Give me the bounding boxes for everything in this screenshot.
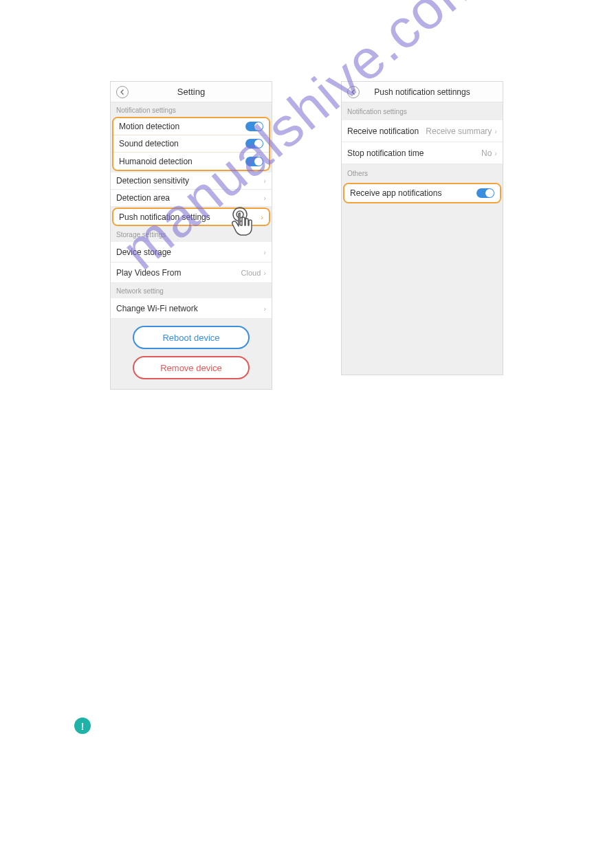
topbar: Setting bbox=[111, 82, 272, 102]
row-label: Receive app notifications bbox=[350, 188, 476, 198]
row-detection-sensitivity[interactable]: Detection sensitivity › bbox=[111, 173, 272, 190]
push-settings-panel: Push notification settinngs Notification… bbox=[341, 81, 503, 375]
toggle-on-icon[interactable] bbox=[245, 139, 263, 148]
highlight-app-notifications: Receive app notifications bbox=[343, 183, 501, 203]
row-humanoid-detection[interactable]: Humanoid detection bbox=[113, 153, 269, 170]
row-label: Stop notification time bbox=[347, 148, 481, 158]
chevron-right-icon: › bbox=[263, 248, 266, 256]
toggle-on-icon[interactable] bbox=[476, 188, 494, 198]
reboot-device-button[interactable]: Reboot device bbox=[133, 326, 250, 349]
row-push-notification-settings[interactable]: Push notification settings › bbox=[113, 209, 269, 225]
row-label: Detection area bbox=[116, 193, 263, 203]
chevron-right-icon: › bbox=[263, 304, 266, 313]
chevron-right-icon: › bbox=[494, 127, 497, 135]
row-receive-app-notifications[interactable]: Receive app notifications bbox=[344, 184, 500, 202]
section-network: Network setting bbox=[111, 283, 272, 298]
row-stop-notification-time[interactable]: Stop notification time No › bbox=[342, 142, 503, 164]
row-change-wifi[interactable]: Change Wi-Fi network › bbox=[111, 298, 272, 319]
remove-device-button[interactable]: Remove device bbox=[133, 356, 250, 379]
section-notification: Notification settings bbox=[342, 102, 503, 120]
highlight-detection-toggles: Motion detection Sound detection Humanoi… bbox=[112, 117, 270, 171]
row-value: Cloud bbox=[241, 269, 261, 277]
topbar: Push notification settinngs bbox=[342, 82, 503, 102]
toggle-on-icon[interactable] bbox=[245, 157, 263, 166]
page-title: Setting bbox=[111, 87, 272, 97]
row-value: No bbox=[481, 148, 492, 158]
row-device-storage[interactable]: Device storage › bbox=[111, 242, 272, 263]
row-value: Receive summary bbox=[426, 126, 492, 136]
row-play-videos-from[interactable]: Play Videos From Cloud › bbox=[111, 263, 272, 283]
row-label: Motion detection bbox=[119, 122, 245, 131]
chevron-right-icon: › bbox=[263, 177, 266, 185]
row-detection-area[interactable]: Detection area › bbox=[111, 190, 272, 207]
row-label: Push notification settings bbox=[119, 212, 261, 222]
section-others: Others bbox=[342, 164, 503, 182]
chevron-right-icon: › bbox=[494, 149, 497, 157]
chevron-right-icon: › bbox=[263, 269, 266, 277]
row-label: Receive notification bbox=[347, 126, 426, 136]
section-notification: Notification settings bbox=[111, 102, 272, 118]
chevron-right-icon: › bbox=[263, 194, 266, 202]
section-storage: Storage settings bbox=[111, 227, 272, 242]
row-label: Device storage bbox=[116, 247, 263, 257]
chevron-right-icon: › bbox=[261, 213, 263, 221]
row-receive-notification[interactable]: Receive notification Receive summary › bbox=[342, 120, 503, 142]
row-label: Sound detection bbox=[119, 139, 245, 148]
row-label: Humanoid detection bbox=[119, 157, 245, 166]
settings-panel: Setting Notification settings Motion det… bbox=[110, 81, 272, 390]
footer-buttons: Reboot device Remove device bbox=[111, 319, 272, 389]
row-label: Detection sensitivity bbox=[116, 176, 263, 186]
row-label: Change Wi-Fi network bbox=[116, 304, 263, 313]
toggle-on-icon[interactable] bbox=[245, 122, 263, 131]
page-title: Push notification settinngs bbox=[342, 87, 503, 97]
row-label: Play Videos From bbox=[116, 268, 241, 278]
note-icon: ! bbox=[74, 717, 91, 734]
row-motion-detection[interactable]: Motion detection bbox=[113, 118, 269, 135]
highlight-push-settings: Push notification settings › bbox=[112, 208, 270, 226]
row-sound-detection[interactable]: Sound detection bbox=[113, 135, 269, 153]
